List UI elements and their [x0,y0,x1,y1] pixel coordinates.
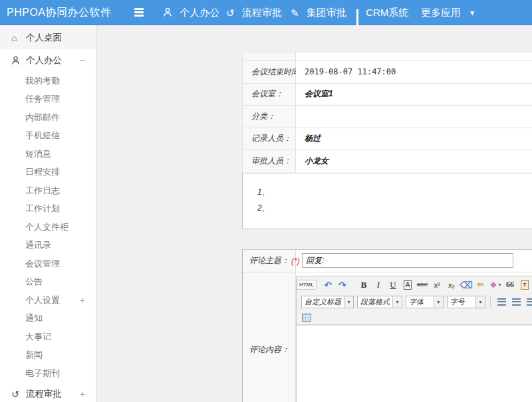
strikethrough-button[interactable]: ABC [416,278,429,292]
sidebar-item-label: 个人桌面 [26,32,62,44]
sidebar-item-attendance[interactable]: 我的考勤 [0,72,96,90]
collapse-icon[interactable]: − [80,55,85,66]
comment-subject-label: 评论主题： [249,255,289,266]
comment-form-table: 评论主题： (*) 评论内容： HTML↶↷BIUAABCx²x₂⌫✏❖▾66T… [242,249,532,402]
chevron-down-icon: ▾ [475,296,485,308]
sidebar-item-workflow[interactable]: ↺流程审批+ [0,383,96,402]
row-label-cell [243,52,296,60]
nav-workflow-approval[interactable]: ↺ 流程审批 [226,0,282,25]
paste-text-icon[interactable]: T [518,278,531,292]
sidebar-item-settings[interactable]: 个人设置+ [0,291,96,310]
underline-button[interactable]: U [386,278,400,292]
sidebar-item-internal-mail[interactable]: 内部邮件 [0,108,96,127]
font-background-button[interactable]: A [401,278,414,292]
sidebar-item-personal-office[interactable]: 个人办公− [0,49,96,72]
align-center-icon[interactable] [509,295,523,308]
sidebar: ⌂个人桌面个人办公−我的考勤任务管理内部邮件手机短信短消息日程安排工作日志工作计… [0,25,96,402]
row-value: 2019-08-07 11:47:00 [305,67,396,76]
italic-button[interactable]: I [372,278,385,292]
person-icon [163,7,172,19]
align-right-icon[interactable] [524,295,532,308]
undo-icon[interactable]: ↶ [321,278,334,292]
align-left-icon[interactable] [495,295,508,308]
meeting-info-table: 会议结束时间： 2019-08-07 11:47:00 会议室： 会议室1 分类… [242,52,532,173]
sidebar-item-e-journal[interactable]: 电子期刊 [0,364,96,383]
sidebar-item-label: 任务管理 [25,93,60,105]
sidebar-item-news[interactable]: 新闻 [0,346,96,365]
sidebar-item-file-cabinet[interactable]: 个人文件柜 [0,218,96,237]
sidebar-item-notice[interactable]: 通知 [0,310,96,328]
sidebar-item-memorabilia[interactable]: 大事记 [0,328,96,346]
row-value: 小龙女 [305,155,329,167]
sidebar-item-label: 短消息 [25,148,51,160]
sidebar-item-label: 工作计划 [25,203,60,215]
expand-icon[interactable]: + [80,389,85,399]
redo-icon[interactable]: ↷ [336,278,349,292]
sidebar-item-sms[interactable]: 手机短信 [0,127,96,146]
sidebar-item-meetings[interactable]: 会议管理 [0,254,96,273]
font-size-select[interactable]: 字号 ▾ [447,296,485,308]
sidebar-item-label: 手机短信 [25,130,60,142]
note-line: 2、 [257,200,532,216]
row-value-cell [296,52,532,60]
format-brush-icon[interactable]: ✏ [474,278,487,292]
font-family-select[interactable]: 字体 ▾ [406,296,444,308]
editor-content-area[interactable] [297,325,532,402]
custom-title-select[interactable]: 自定义标题 ▾ [301,296,354,308]
sidebar-item-work-plan[interactable]: 工作计划 [0,200,96,219]
table-row: 记录人员： 杨过 [243,128,532,151]
sidebar-item-schedule[interactable]: 日程安排 [0,163,96,182]
eraser-icon[interactable]: ⌫ [460,278,473,292]
blockquote-icon[interactable]: 66 [503,278,517,292]
chevron-down-icon: ▾ [344,296,353,308]
chevron-down-icon: ▾ [392,296,402,308]
superscript-button[interactable]: x² [430,278,444,292]
top-nav-bar: PHPOA协同办公软件 个人办公 ↺ 流程审批 ✎ 集团审批 CRM系统 更多应… [0,0,532,25]
comment-content-label: 评论内容： [249,344,289,355]
nav-label: 个人办公 [180,7,219,18]
chevron-down-icon: ▼ [469,9,475,17]
sidebar-item-short-message[interactable]: 短消息 [0,145,96,163]
nav-crm-system[interactable]: CRM系统 [356,0,408,25]
subscript-button[interactable]: x₂ [445,278,458,292]
comment-subject-input[interactable] [302,253,513,268]
sidebar-item-contacts[interactable]: 通讯录 [0,237,96,255]
toolbar-separator [490,296,491,307]
sidebar-item-label: 我的考勤 [25,75,60,87]
table-row: 会议室： 会议室1 [243,84,532,106]
sidebar-item-announcement[interactable]: 公告 [0,273,96,292]
bold-button[interactable]: B [357,278,370,292]
sidebar-item-work-log[interactable]: 工作日志 [0,181,96,200]
sidebar-menu: ⌂个人桌面个人办公−我的考勤任务管理内部邮件手机短信短消息日程安排工作日志工作计… [0,27,96,402]
nav-personal-office[interactable]: 个人办公 [163,0,219,25]
paragraph-format-select[interactable]: 段落格式 ▾ [357,296,402,308]
sidebar-item-label: 内部邮件 [25,112,60,124]
nav-group-approval[interactable]: ✎ 集团审批 [291,0,346,25]
chevron-down-icon: ▾ [498,282,501,288]
sidebar-item-label: 日程安排 [25,166,60,178]
table-row-partial [243,52,532,61]
sidebar-item-label: 通讯录 [25,239,51,251]
sidebar-item-label: 会议管理 [25,258,60,270]
edit-icon: ✎ [291,7,299,19]
hamburger-menu-icon[interactable] [134,8,144,17]
editor-toolbar-row-3 [297,310,532,325]
nav-label: 更多应用 [421,7,461,18]
main-content: 会议结束时间： 2019-08-07 11:47:00 会议室： 会议室1 分类… [97,25,532,402]
sidebar-item-tasks[interactable]: 任务管理 [0,90,96,109]
row-label: 会议室： [251,88,283,100]
paint-format-icon[interactable]: ❖▾ [489,278,502,292]
html-source-button[interactable]: HTML [300,278,313,292]
sidebar-item-label: 个人文件柜 [25,221,68,233]
insert-table-icon[interactable] [300,311,313,324]
meeting-notes-box: 1、 2、 [242,173,532,229]
nav-more-apps[interactable]: 更多应用 ▼ [421,0,475,25]
sidebar-item-desktop[interactable]: ⌂个人桌面 [0,27,96,49]
comment-content-row: 评论内容： HTML↶↷BIUAABCx²x₂⌫✏❖▾66TA▾ab▾▾▾ 自定… [243,272,532,402]
nav-label: 流程审批 [242,7,282,18]
table-row: 分类： [243,106,532,128]
sidebar-item-label: 通知 [25,312,43,324]
expand-icon[interactable]: + [80,295,85,306]
app-logo: PHPOA协同办公软件 [7,0,112,25]
sidebar-item-label: 流程审批 [26,388,62,400]
